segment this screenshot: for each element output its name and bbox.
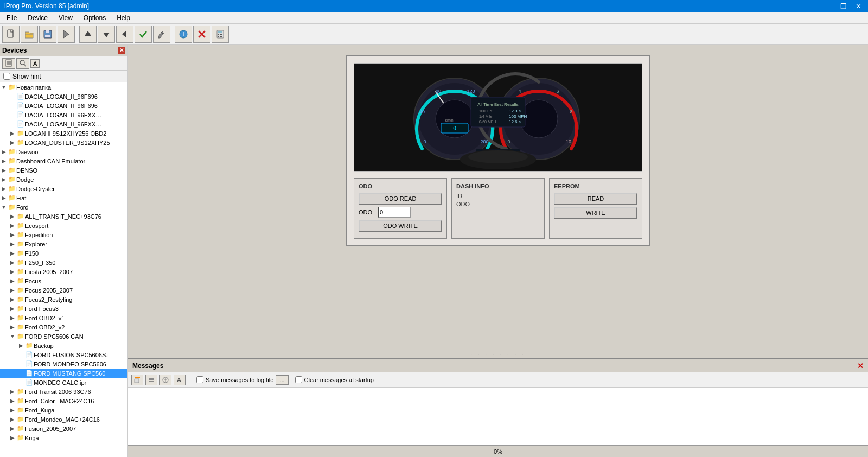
tree-label: DACIA_LOGAN_II_96F696 (25, 103, 98, 109)
messages-close-icon[interactable]: ✕ (857, 361, 864, 370)
tree-label: DACIA_LOGAN_II_96FXX… (25, 121, 101, 128)
up-button[interactable] (79, 26, 97, 43)
tree-item-18[interactable]: ▶📁Explorer (0, 239, 127, 249)
tree-item-11[interactable]: ▶📁Dodge (0, 175, 127, 184)
folder-icon: 📁 (8, 148, 16, 155)
tree-item-13[interactable]: ▶📁Fiat (0, 193, 127, 202)
tree-item-34[interactable]: ▶📁Ford Transit 2006 93C76 (0, 387, 127, 396)
dash-info-title: DASH INFO (456, 183, 540, 189)
tree-item-39[interactable]: ▶📁Kuga (0, 433, 127, 442)
tree-item-32[interactable]: 📄FORD MUSTANG SPC560 (0, 369, 127, 378)
svg-line-26 (24, 64, 26, 66)
tree-label: Новая папка (16, 84, 51, 91)
tree-item-1[interactable]: ▼📁Новая папка (0, 82, 127, 92)
save-button[interactable] (39, 26, 56, 43)
tree-item-9[interactable]: ▶📁Dashboard CAN Emulator (0, 156, 127, 166)
browse-button[interactable]: ... (276, 375, 288, 385)
tree-item-28[interactable]: ▼📁FORD SPC5606 CAN (0, 332, 127, 341)
content-area: 0 40 80 120 160 200 0 km/h (128, 45, 868, 350)
tree-item-24[interactable]: ▶📁Focus2_Restyling (0, 295, 127, 304)
tree-item-12[interactable]: ▶📁Dodge-Crysler (0, 184, 127, 193)
menu-view[interactable]: View (54, 13, 77, 23)
tree-item-20[interactable]: ▶📁F250_F350 (0, 258, 127, 267)
svg-text:1/4 Mile: 1/4 Mile (479, 115, 493, 118)
tree-item-17[interactable]: ▶📁Expedition (0, 230, 127, 239)
run-button[interactable] (58, 26, 75, 43)
controls-area: ODO ODO READ ODO ODO WRITE DASH INFO ID (354, 178, 642, 239)
eeprom-title: EEPROM (554, 183, 637, 189)
devices-tool-1[interactable] (2, 58, 15, 69)
odo-input[interactable] (378, 207, 411, 218)
menu-help[interactable]: Help (112, 13, 135, 23)
edit-button[interactable] (153, 26, 170, 43)
devices-tool-3[interactable]: A (30, 59, 40, 68)
new-button[interactable] (2, 26, 20, 43)
svg-point-65 (468, 150, 528, 163)
menu-file[interactable]: File (2, 13, 21, 23)
tree-item-25[interactable]: ▶📁Ford Focus3 (0, 304, 127, 313)
save-log-checkbox[interactable] (196, 376, 203, 383)
open-button[interactable] (21, 26, 38, 43)
tree-label: DACIA_LOGAN_II_96F696 (25, 93, 98, 100)
tree-item-37[interactable]: ▶📁Ford_Mondeo_MAC+24C16 (0, 415, 127, 424)
tree-item-5[interactable]: 📄DACIA_LOGAN_II_96FXX… (0, 119, 127, 129)
tree-item-14[interactable]: ▼📁Ford (0, 202, 127, 212)
eeprom-write-button[interactable]: WRITE (554, 207, 637, 219)
odo-row: ODO (359, 207, 442, 218)
tree-item-31[interactable]: 📄FORD MONDEO SPC5606 (0, 359, 127, 369)
tree-item-26[interactable]: ▶📁Ford OBD2_v1 (0, 313, 127, 322)
messages-tool-3[interactable] (159, 375, 171, 385)
tree-label: Dodge (16, 176, 34, 183)
messages-tool-4[interactable]: A (174, 375, 186, 385)
close-btn[interactable]: ✕ (853, 2, 864, 10)
tree-item-7[interactable]: ▶📁LOGAN_DUSTER_9S12XHY25 (0, 138, 127, 147)
show-hint-checkbox[interactable] (3, 73, 10, 80)
tree-item-8[interactable]: ▶📁Daewoo (0, 147, 127, 156)
stop-button[interactable] (193, 26, 210, 43)
svg-text:1000 Pt: 1000 Pt (479, 109, 492, 113)
messages-tool-2[interactable] (145, 375, 157, 385)
tree-item-22[interactable]: ▶📁Focus (0, 276, 127, 285)
svg-text:80: 80 (436, 88, 441, 94)
minimize-btn[interactable]: — (822, 2, 834, 10)
back-button[interactable] (116, 26, 133, 43)
tree-item-19[interactable]: ▶📁F150 (0, 249, 127, 258)
tree-item-21[interactable]: ▶📁Fiesta 2005_2007 (0, 267, 127, 276)
tree-item-30[interactable]: 📄FORD FUSION SPC5606S.i (0, 350, 127, 359)
tree-item-2[interactable]: 📄DACIA_LOGAN_II_96F696 (0, 92, 127, 101)
tree-item-16[interactable]: ▶📁Ecosport (0, 221, 127, 230)
clear-log-checkbox[interactable] (295, 376, 302, 383)
calc-button[interactable] (212, 26, 229, 43)
down-button[interactable] (98, 26, 115, 43)
check-button[interactable] (135, 26, 152, 43)
odo-write-button[interactable]: ODO WRITE (359, 220, 442, 232)
tree-item-15[interactable]: ▶📁ALL_TRANSIT_NEC+93C76 (0, 212, 127, 221)
tree-label: DACIA_LOGAN_II_96FXX… (25, 112, 101, 118)
info-button[interactable]: i (175, 26, 192, 43)
tree-item-38[interactable]: ▶📁Fusion_2005_2007 (0, 424, 127, 433)
messages-tool-1[interactable] (131, 375, 143, 385)
tree-item-27[interactable]: ▶📁Ford OBD2_v2 (0, 322, 127, 332)
svg-rect-18 (218, 36, 219, 37)
tree-item-35[interactable]: ▶📁Ford_Color_ MAC+24C16 (0, 396, 127, 405)
devices-close-button[interactable]: ✕ (118, 47, 125, 54)
tree-item-6[interactable]: ▶📁LOGAN II 9S12XHY256 OBD2 (0, 129, 127, 138)
devices-tool-2[interactable] (16, 58, 29, 69)
tree-item-3[interactable]: 📄DACIA_LOGAN_II_96F696 (0, 101, 127, 110)
show-hint-label: Show hint (12, 73, 41, 80)
tree-item-36[interactable]: ▶📁Ford_Kuga (0, 405, 127, 415)
menu-device[interactable]: Device (23, 13, 52, 23)
tree-item-29[interactable]: ▶📁Backup (0, 341, 127, 350)
tree-item-4[interactable]: 📄DACIA_LOGAN_II_96FXX… (0, 110, 127, 119)
tree-item-33[interactable]: 📄MONDEO CALC.ipr (0, 378, 127, 387)
menu-options[interactable]: Options (79, 13, 110, 23)
eeprom-read-button[interactable]: READ (554, 193, 637, 205)
status-bar: 0% (128, 445, 868, 457)
tree-label: FORD FUSION SPC5606S.i (34, 352, 109, 358)
tree-item-10[interactable]: ▶📁DENSO (0, 166, 127, 175)
tree-label: Focus (25, 278, 41, 284)
odo-read-button[interactable]: ODO READ (359, 193, 442, 205)
maximize-btn[interactable]: ❐ (838, 2, 849, 10)
tree-container[interactable]: ▼📁Новая папка📄DACIA_LOGAN_II_96F696📄DACI… (0, 82, 127, 457)
tree-item-23[interactable]: ▶📁Focus 2005_2007 (0, 285, 127, 295)
